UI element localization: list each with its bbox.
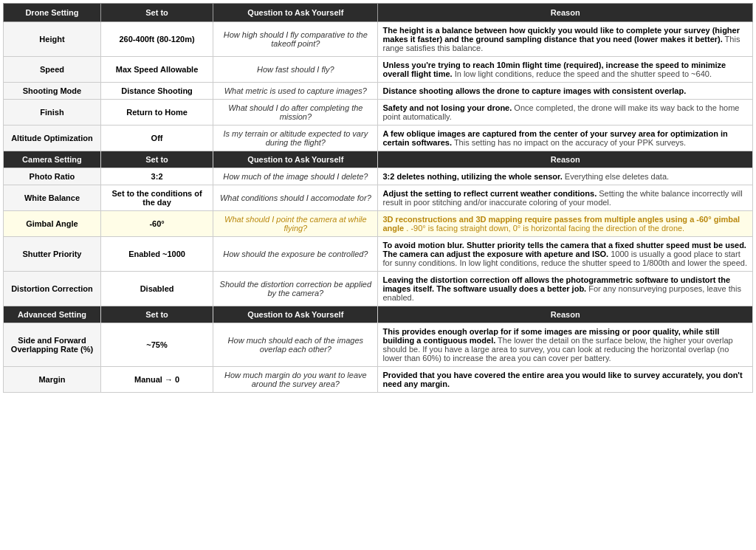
camera-setting-4: Distortion Correction [4,272,101,306]
drone-question-1: How fast should I fly? [213,57,378,83]
advanced-setto-1: Manual → 0 [100,367,213,393]
advanced-col3-header: Question to Ask Yourself [213,306,378,323]
camera-setting-3: Shutter Priority [4,237,101,272]
drone-question-3: What should I do after completing the mi… [213,100,378,126]
camera-row-0: Photo Ratio3:2How much of the image shou… [4,168,753,185]
drone-reason-4: A few oblique images are captured from t… [378,126,753,151]
advanced-reason-1: Provided that you have covered the entir… [378,367,753,393]
camera-setto-4: Disabled [100,272,213,306]
camera-reason-1: Adjust the setting to reflect current we… [378,185,753,211]
drone-col3-header: Question to Ask Yourself [213,4,378,22]
advanced-row-1: MarginManual → 0How much margin do you w… [4,367,753,393]
camera-row-4: Distortion CorrectionDisabledShould the … [4,272,753,306]
camera-question-2: What should I point the camera at while … [213,211,378,237]
camera-setting-0: Photo Ratio [4,168,101,185]
camera-col4-header: Reason [378,151,753,168]
drone-setting-4: Altitude Optimization [4,126,101,151]
drone-setto-1: Max Speed Allowable [100,57,213,83]
camera-reason-0: 3:2 deletes nothing, utilizing the whole… [378,168,753,185]
camera-reason-2: 3D reconstructions and 3D mapping requir… [378,211,753,237]
drone-section-header: Drone Setting Set to Question to Ask You… [4,4,753,22]
drone-setto-0: 260-400ft (80-120m) [100,22,213,57]
camera-row-2: Gimbal Angle-60°What should I point the … [4,211,753,237]
advanced-setting-0: Side and Forward Overlapping Rate (%) [4,323,101,367]
advanced-col4-header: Reason [378,306,753,323]
drone-setting-1: Speed [4,57,101,83]
camera-setting-1: White Balance [4,185,101,211]
drone-col1-header: Drone Setting [4,4,101,22]
drone-reason-0: The height is a balance between how quic… [378,22,753,57]
drone-row-4: Altitude OptimizationOffIs my terrain or… [4,126,753,151]
drone-setto-2: Distance Shooting [100,83,213,100]
camera-question-4: Should the distortion correction be appl… [213,272,378,306]
advanced-row-0: Side and Forward Overlapping Rate (%)~75… [4,323,753,367]
drone-question-0: How high should I fly comparative to the… [213,22,378,57]
drone-col2-header: Set to [100,4,213,22]
camera-row-3: Shutter PriorityEnabled ~1000How should … [4,237,753,272]
drone-reason-2: Distance shooting allows the drone to ca… [378,83,753,100]
camera-section-header: Camera Setting Set to Question to Ask Yo… [4,151,753,168]
camera-reason-4: Leaving the distortion correction off al… [378,272,753,306]
advanced-col2-header: Set to [100,306,213,323]
camera-question-3: How should the exposure be controlled? [213,237,378,272]
advanced-question-0: How much should each of the images overl… [213,323,378,367]
camera-col3-header: Question to Ask Yourself [213,151,378,168]
camera-setto-2: -60° [100,211,213,237]
camera-setto-1: Set to the conditions of the day [100,185,213,211]
drone-setting-0: Height [4,22,101,57]
camera-row-1: White BalanceSet to the conditions of th… [4,185,753,211]
drone-setting-3: Finish [4,100,101,126]
drone-reason-3: Safety and not losing your drone. Once c… [378,100,753,126]
advanced-question-1: How much margin do you want to leave aro… [213,367,378,393]
drone-reason-1: Unless you're trying to reach 10min flig… [378,57,753,83]
drone-question-2: What metric is used to capture images? [213,83,378,100]
camera-col2-header: Set to [100,151,213,168]
drone-setto-4: Off [100,126,213,151]
camera-setting-2: Gimbal Angle [4,211,101,237]
advanced-col1-header: Advanced Setting [4,306,101,323]
advanced-setto-0: ~75% [100,323,213,367]
camera-setto-0: 3:2 [100,168,213,185]
camera-col1-header: Camera Setting [4,151,101,168]
camera-setto-3: Enabled ~1000 [100,237,213,272]
drone-setto-3: Return to Home [100,100,213,126]
camera-reason-3: To avoid motion blur. Shutter priority t… [378,237,753,272]
drone-col4-header: Reason [378,4,753,22]
advanced-reason-0: This provides enough overlap for if some… [378,323,753,367]
advanced-setting-1: Margin [4,367,101,393]
drone-setting-2: Shooting Mode [4,83,101,100]
drone-row-0: Height260-400ft (80-120m)How high should… [4,22,753,57]
advanced-section-header: Advanced Setting Set to Question to Ask … [4,306,753,323]
drone-row-1: SpeedMax Speed AllowableHow fast should … [4,57,753,83]
camera-question-0: How much of the image should I delete? [213,168,378,185]
drone-row-2: Shooting ModeDistance ShootingWhat metri… [4,83,753,100]
camera-question-1: What conditions should I accomodate for? [213,185,378,211]
drone-row-3: FinishReturn to HomeWhat should I do aft… [4,100,753,126]
drone-question-4: Is my terrain or altitude expected to va… [213,126,378,151]
